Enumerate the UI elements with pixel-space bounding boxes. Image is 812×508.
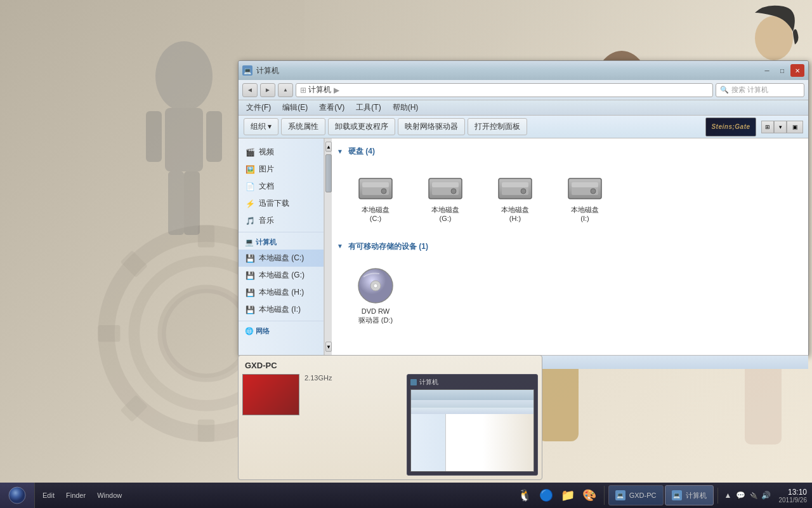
- tray-volume-icon[interactable]: 🔊: [761, 490, 771, 500]
- sidebar-item-i-drive[interactable]: 💾 本地磁盘 (I:): [239, 301, 324, 318]
- sidebar-item-g-drive[interactable]: 💾 本地磁盘 (G:): [239, 267, 324, 284]
- svg-rect-16: [184, 171, 200, 235]
- taskbar-computer-app[interactable]: 💻 计算机: [665, 485, 714, 505]
- window-icon: 💻: [242, 65, 252, 76]
- minimize-button[interactable]: ─: [760, 64, 774, 77]
- drives-collapse-arrow[interactable]: ▼: [337, 148, 344, 156]
- dvd-drive-item[interactable]: DVD RW 驱动器 (D:): [347, 265, 404, 328]
- svg-point-2: [162, 289, 251, 378]
- sidebar-item-video[interactable]: 🎬 视频: [239, 144, 324, 161]
- view-buttons: ⊞ ▾ ▣: [761, 121, 803, 133]
- content-area: 🎬 视频 🖼️ 图片 📄 文档 ⚡ 迅雷下载: [239, 138, 808, 355]
- gxd-popup-content: 2.13GHz 计算机: [242, 374, 538, 476]
- dvd-icon-container: [357, 267, 394, 304]
- music-icon: 🎵: [245, 216, 255, 226]
- title-bar: 💻 计算机 ─ □ ✕: [239, 61, 808, 80]
- computer-app-label: 计算机: [686, 491, 707, 500]
- sidebar-item-pictures[interactable]: 🖼️ 图片: [239, 161, 324, 178]
- sidebar-item-documents[interactable]: 📄 文档: [239, 178, 324, 195]
- svg-point-37: [451, 189, 456, 194]
- taskbar-finder-label[interactable]: Finder: [61, 490, 91, 501]
- dvd-label: DVD RW 驱动器 (D:): [358, 307, 393, 325]
- clock-time: 13:10: [788, 488, 807, 497]
- drive-c-icon-large: [358, 172, 393, 203]
- menu-view[interactable]: 查看(V): [314, 101, 350, 114]
- open-windows: 💻 GXD-PC 💻 计算机: [605, 485, 717, 505]
- drive-g-label: 本地磁盘 (G:): [431, 205, 459, 224]
- sidebar-item-c-drive[interactable]: 💾 本地磁盘 (C:): [239, 250, 324, 267]
- drive-g-item[interactable]: 本地磁盘 (G:): [417, 170, 474, 226]
- preview-title: 计算机: [410, 378, 534, 387]
- drive-h-label: 本地磁盘 (H:): [501, 205, 529, 224]
- drive-i-icon: 💾: [245, 305, 255, 315]
- drive-h-item[interactable]: 本地磁盘 (H:): [487, 170, 544, 226]
- properties-button[interactable]: 系统属性: [281, 118, 325, 135]
- explorer-preview-popup: 计算机: [407, 374, 538, 476]
- search-placeholder: 搜索 计算机: [731, 85, 768, 95]
- address-breadcrumb[interactable]: ⊞ 计算机 ▶: [296, 83, 713, 97]
- window-title: 计算机: [256, 65, 760, 76]
- close-button[interactable]: ✕: [790, 64, 804, 77]
- organize-button[interactable]: 组织 ▾: [244, 118, 278, 135]
- taskbar: Edit Finder Window 🐧 🔵 📁 🎨 💻 GXD-PC 💻 计算…: [0, 483, 812, 508]
- address-bar: ◄ ► ▲ ⊞ 计算机 ▶ 🔍 搜索 计算机: [239, 80, 808, 100]
- gxd-label: GXD-PC: [629, 491, 657, 499]
- svg-rect-36: [432, 182, 459, 187]
- forward-button[interactable]: ►: [260, 83, 275, 97]
- video-icon: 🎬: [245, 147, 255, 157]
- system-tray: ▲ 💬 🔌 🔊: [723, 490, 771, 500]
- control-panel-button[interactable]: 打开控制面板: [468, 118, 527, 135]
- sidebar-item-music[interactable]: 🎵 音乐: [239, 212, 324, 229]
- taskbar-edit-label[interactable]: Edit: [37, 490, 60, 501]
- view-dropdown-button[interactable]: ▾: [774, 121, 787, 133]
- robot-silhouette: [127, 38, 241, 279]
- menu-file[interactable]: 文件(F): [241, 101, 276, 114]
- svg-point-41: [521, 189, 526, 194]
- gxd-icon: 💻: [615, 490, 625, 500]
- svg-rect-13: [146, 111, 162, 162]
- start-button[interactable]: [0, 483, 35, 508]
- uninstall-button[interactable]: 卸载或更改程序: [328, 118, 395, 135]
- view-icon-button[interactable]: ⊞: [761, 121, 774, 133]
- pinned-app-2[interactable]: 🔵: [537, 486, 556, 505]
- svg-rect-40: [502, 182, 528, 187]
- up-button[interactable]: ▲: [278, 83, 293, 97]
- tray-chat-icon[interactable]: 💬: [736, 490, 746, 500]
- view-pane-button[interactable]: ▣: [787, 121, 803, 133]
- search-box[interactable]: 🔍 搜索 计算机: [716, 83, 804, 97]
- svg-rect-44: [572, 182, 598, 187]
- gxd-preview-image: [242, 374, 299, 415]
- steins-gate-logo: Steins;Gate: [705, 117, 756, 137]
- drive-g-icon-large: [428, 172, 463, 203]
- drive-i-item[interactable]: 本地磁盘 (I:): [556, 170, 613, 226]
- menu-help[interactable]: 帮助(H): [388, 101, 424, 114]
- drive-c-item[interactable]: 本地磁盘 (C:): [347, 170, 404, 226]
- back-button[interactable]: ◄: [242, 83, 258, 97]
- pinned-app-linux[interactable]: 🐧: [515, 486, 534, 505]
- taskbar-window-label[interactable]: Window: [92, 490, 127, 501]
- taskbar-items: Edit Finder Window: [35, 490, 510, 501]
- menu-edit[interactable]: 编辑(E): [277, 101, 313, 114]
- gxd-popup: GXD-PC 2.13GHz 计算机: [238, 355, 542, 480]
- drive-h-icon: 💾: [245, 288, 255, 298]
- taskbar-gxd-pc[interactable]: 💻 GXD-PC: [608, 485, 664, 505]
- map-drive-button[interactable]: 映射网络驱动器: [398, 118, 465, 135]
- tray-network-icon[interactable]: 🔌: [749, 490, 759, 500]
- removable-section-header: ▼ 有可移动存储的设备 (1): [337, 241, 803, 252]
- svg-point-48: [374, 284, 377, 288]
- window-controls: ─ □ ✕: [760, 64, 804, 77]
- pinned-app-paint[interactable]: 🎨: [580, 486, 599, 505]
- clock[interactable]: 13:10 2011/9/26: [775, 488, 808, 504]
- removable-collapse-arrow[interactable]: ▼: [337, 243, 344, 250]
- svg-point-49: [9, 487, 25, 504]
- explorer-preview-container: 计算机: [407, 374, 538, 476]
- sidebar-item-thunder[interactable]: ⚡ 迅雷下载: [239, 195, 324, 212]
- maximize-button[interactable]: □: [775, 64, 789, 77]
- pinned-app-folder[interactable]: 📁: [558, 486, 577, 505]
- sidebar-scrollbar[interactable]: ▲ ▼: [324, 138, 332, 355]
- sidebar-item-h-drive[interactable]: 💾 本地磁盘 (H:): [239, 284, 324, 301]
- menu-tools[interactable]: 工具(T): [351, 101, 386, 114]
- pictures-icon: 🖼️: [245, 164, 255, 175]
- drives-section-header: ▼ 硬盘 (4): [337, 146, 803, 157]
- tray-expand-icon[interactable]: ▲: [723, 490, 733, 500]
